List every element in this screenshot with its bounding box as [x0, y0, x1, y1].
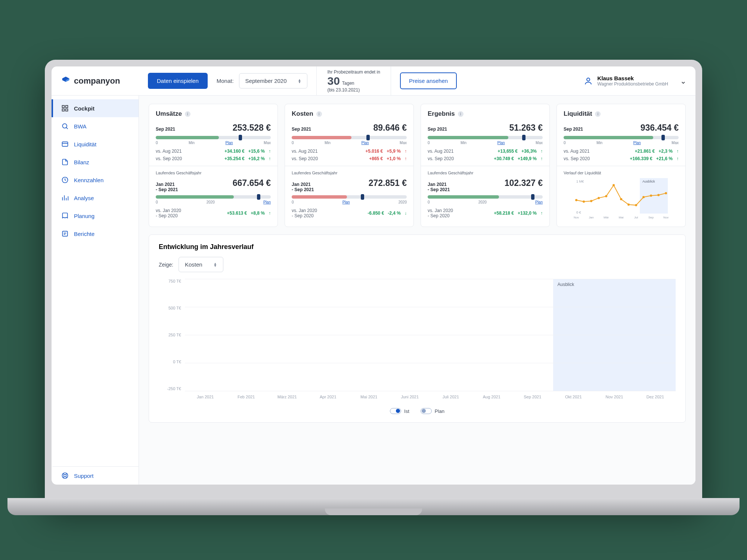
svg-point-0	[587, 78, 590, 81]
progress-bar	[428, 136, 543, 139]
sparkline: 1 M€0 €AusblickNovJanMärMaiJulSepNov	[564, 178, 679, 219]
svg-point-16	[583, 200, 585, 203]
legend-ist[interactable]: Ist	[390, 408, 409, 414]
sidebar-item-cockpit[interactable]: Cockpit	[52, 99, 139, 117]
svg-text:Jan: Jan	[589, 216, 594, 219]
sidebar-item-planung[interactable]: Planung	[52, 207, 139, 225]
user-company: Wagner Produktionsbetriebe GmbH	[597, 81, 668, 87]
plan-link[interactable]: Plan	[342, 200, 350, 204]
progress-bar	[156, 195, 271, 199]
kpi-card: Umsätze iSep 2021253.528 €0MinPlanMaxvs.…	[149, 104, 278, 227]
sidebar-item-berichte[interactable]: Berichte	[52, 225, 139, 243]
svg-point-15	[575, 199, 577, 201]
svg-point-20	[613, 184, 615, 186]
svg-rect-2	[66, 106, 68, 108]
card-title: Umsätze i	[156, 110, 271, 118]
nav-icon	[61, 105, 69, 112]
plan-link[interactable]: Plan	[498, 141, 505, 145]
svg-point-18	[598, 197, 600, 199]
info-icon[interactable]: i	[316, 111, 322, 117]
month-selector: Monat: September 2020 ▲▼	[217, 73, 308, 88]
month-dropdown[interactable]: September 2020 ▲▼	[239, 73, 308, 88]
svg-rect-3	[62, 109, 65, 111]
svg-point-21	[620, 198, 622, 200]
chart-metric-dropdown[interactable]: Kosten ▲▼	[179, 257, 223, 272]
progress-bar	[156, 136, 271, 139]
card-title: Kosten i	[292, 110, 407, 118]
nav-icon	[61, 122, 69, 130]
progress-bar	[564, 136, 679, 139]
kpi-card: Kosten iSep 202189.646 €0MinPlanMaxvs. A…	[285, 104, 414, 227]
sidebar-item-liquidität[interactable]: Liquidität	[52, 135, 139, 153]
sidebar-item-support[interactable]: Support	[52, 466, 139, 485]
sidebar-support-label: Support	[74, 473, 94, 479]
plan-link[interactable]: Plan	[362, 141, 369, 145]
svg-rect-6	[62, 142, 68, 146]
svg-text:Mai: Mai	[619, 216, 624, 219]
svg-point-27	[665, 192, 667, 195]
info-icon[interactable]: i	[458, 111, 464, 117]
bar-group	[185, 279, 226, 402]
sidebar: CockpitBWALiquiditätBilanzKennzahlenAnal…	[52, 96, 139, 485]
progress-bar	[292, 136, 407, 139]
info-icon[interactable]: i	[185, 111, 190, 117]
plan-link[interactable]: Plan	[263, 200, 271, 204]
card-period: Sep 2021	[428, 127, 447, 132]
kpi-card: Ergebnis iSep 202151.263 €0MinPlanMaxvs.…	[421, 104, 550, 227]
pricing-button[interactable]: Preise ansehen	[400, 72, 457, 89]
svg-rect-11	[640, 178, 668, 214]
card-period: Sep 2021	[156, 127, 175, 132]
legend-plan[interactable]: Plan	[421, 408, 444, 414]
month-value: September 2020	[245, 78, 287, 84]
svg-rect-4	[66, 109, 68, 111]
trial-info: Ihr Probezeitraum endet in 30 Tagen (bis…	[316, 66, 391, 95]
yearly-chart-card: Entwicklung im Jahresverlauf Zeige: Kost…	[149, 234, 686, 423]
user-menu[interactable]: Klaus Bassek Wagner Produktionsbetriebe …	[584, 75, 686, 87]
svg-point-22	[627, 203, 630, 206]
nav-icon	[61, 194, 69, 202]
bar-group	[635, 279, 676, 402]
svg-point-17	[590, 200, 592, 202]
nav-icon	[61, 158, 69, 166]
bar-group	[471, 279, 512, 402]
svg-rect-1	[62, 106, 65, 108]
plan-link[interactable]: Plan	[226, 141, 233, 145]
svg-point-24	[642, 196, 645, 198]
svg-text:Nov: Nov	[574, 216, 579, 219]
info-icon[interactable]: i	[595, 111, 601, 117]
brand-name: companyon	[74, 76, 120, 86]
svg-point-25	[650, 195, 652, 197]
bar-group	[267, 279, 308, 402]
bar-group	[348, 279, 390, 402]
bar-group	[430, 279, 471, 402]
card-title: Ergebnis i	[428, 110, 543, 118]
card-period: Sep 2021	[564, 127, 583, 132]
import-data-button[interactable]: Daten einspielen	[148, 73, 208, 89]
sidebar-item-analyse[interactable]: Analyse	[52, 189, 139, 207]
plan-link[interactable]: Plan	[535, 200, 543, 204]
main-content: Umsätze iSep 2021253.528 €0MinPlanMaxvs.…	[139, 96, 695, 485]
sidebar-item-bilanz[interactable]: Bilanz	[52, 153, 139, 171]
progress-bar	[292, 195, 407, 199]
month-label: Monat:	[217, 78, 234, 84]
svg-text:Nov: Nov	[663, 216, 669, 219]
svg-text:Ausblick: Ausblick	[642, 180, 655, 183]
card-period: Sep 2021	[292, 127, 311, 132]
svg-text:0 €: 0 €	[576, 211, 581, 214]
card-value: 89.646 €	[373, 123, 407, 133]
user-name: Klaus Bassek	[597, 75, 668, 81]
topbar: companyon Daten einspielen Monat: Septem…	[52, 66, 695, 96]
trial-line: Ihr Probezeitraum endet in	[327, 69, 380, 75]
lifebuoy-icon	[61, 472, 69, 479]
svg-text:Jul: Jul	[634, 216, 638, 219]
trial-days: 30	[327, 75, 340, 87]
bar-group	[308, 279, 349, 402]
svg-point-23	[635, 204, 637, 206]
nav-icon	[61, 176, 69, 184]
chart-show-label: Zeige:	[159, 262, 173, 268]
sidebar-item-kennzahlen[interactable]: Kennzahlen	[52, 171, 139, 189]
svg-point-10	[64, 475, 66, 477]
svg-text:Sep: Sep	[648, 216, 654, 219]
plan-link[interactable]: Plan	[633, 141, 641, 145]
sidebar-item-bwa[interactable]: BWA	[52, 117, 139, 135]
